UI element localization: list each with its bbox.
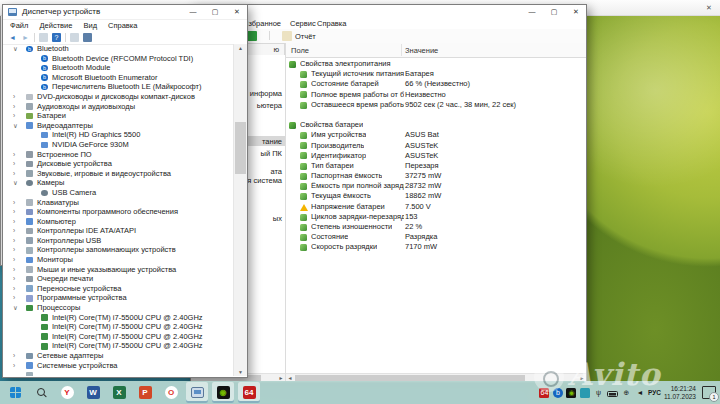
- scroll-down-icon[interactable]: ▼: [234, 369, 247, 375]
- menu-action[interactable]: Действие: [39, 21, 72, 30]
- aida64-titlebar[interactable]: — ▢ ✕: [191, 5, 586, 17]
- tree-device-item[interactable]: Intel(R) Core(TM) i7-5500U CPU @ 2.40GHz: [3, 322, 234, 332]
- menu-service[interactable]: Сервис: [290, 19, 316, 28]
- collapse-arrow-icon[interactable]: ∨: [13, 303, 18, 313]
- tree-category-item[interactable]: [3, 370, 234, 376]
- tree-category-item[interactable]: ∨Процессоры: [3, 303, 234, 313]
- expand-arrow-icon[interactable]: ›: [13, 226, 15, 236]
- tree-device-item[interactable]: USB Camera: [3, 188, 234, 198]
- menu-view[interactable]: Вид: [83, 21, 97, 30]
- help-icon[interactable]: ?: [52, 33, 61, 42]
- report-item-row[interactable]: Паспортная ёмкость37275 mW: [286, 171, 586, 181]
- collapse-arrow-icon[interactable]: ∨: [13, 178, 18, 188]
- tree-category-item[interactable]: ›Компьютер: [3, 217, 234, 227]
- menu-help[interactable]: Справка: [317, 19, 346, 28]
- network-tray-icon[interactable]: ⊕: [621, 388, 631, 398]
- tree-device-item[interactable]: bMicrosoft Bluetooth Enumerator: [3, 73, 234, 83]
- tree-device-item[interactable]: Intel(R) Core(TM) i7-5500U CPU @ 2.40GHz: [3, 332, 234, 342]
- sidebar-item[interactable]: я система: [247, 176, 282, 186]
- report-item-row[interactable]: Текущая ёмкость18862 mW: [286, 191, 586, 201]
- battery-tray-icon[interactable]: [607, 391, 618, 397]
- taskbar-clock[interactable]: 16:21:24 11.07.2023: [664, 385, 696, 401]
- report-item-row[interactable]: Ёмкость при полной зарядке28732 mW: [286, 181, 586, 191]
- yandex-browser-taskbar-button[interactable]: Y: [56, 382, 78, 403]
- expand-arrow-icon[interactable]: ›: [13, 361, 15, 371]
- report-button[interactable]: Отчёт: [295, 32, 316, 41]
- expand-arrow-icon[interactable]: ›: [13, 351, 15, 361]
- nvidia-tray-icon[interactable]: ◉: [566, 388, 576, 398]
- expand-arrow-icon[interactable]: ›: [13, 198, 15, 208]
- expand-arrow-icon[interactable]: ›: [13, 207, 15, 217]
- report-item-row[interactable]: Текущий источник питанияБатарея: [286, 69, 586, 79]
- expand-arrow-icon[interactable]: ›: [13, 274, 15, 284]
- tree-device-item[interactable]: bПеречислитель Bluetooth LE (Майкрософт): [3, 82, 234, 92]
- report-item-row[interactable]: Тип батареиПерезаря: [286, 161, 586, 171]
- console-window-icon[interactable]: [39, 33, 48, 42]
- tree-category-item[interactable]: ∨Камеры: [3, 178, 234, 188]
- expand-arrow-icon[interactable]: ›: [13, 150, 15, 160]
- tree-category-item[interactable]: ›Системные устройства: [3, 361, 234, 371]
- back-icon[interactable]: ◄: [8, 33, 17, 42]
- report-icon[interactable]: [282, 31, 292, 41]
- aida64-taskbar-button[interactable]: 64: [238, 382, 260, 403]
- tree-category-item[interactable]: ›Программные устройства: [3, 293, 234, 303]
- start-taskbar-button[interactable]: [4, 382, 26, 403]
- action-center-icon[interactable]: 1: [702, 386, 716, 399]
- tree-vertical-scrollbar[interactable]: ▲ ▼: [233, 44, 247, 376]
- report-item-row[interactable]: Состояние батарей66 % (Неизвестно): [286, 79, 586, 89]
- word-taskbar-button[interactable]: W: [82, 382, 104, 403]
- scrollbar-thumb[interactable]: [235, 122, 246, 174]
- tree-category-item[interactable]: ›Контроллеры запоминающих устройств: [3, 245, 234, 255]
- maximize-button[interactable]: ▢: [205, 5, 225, 19]
- expand-arrow-icon[interactable]: ›: [13, 284, 15, 294]
- expand-arrow-icon[interactable]: ›: [13, 217, 15, 227]
- report-item-row[interactable]: Напряжение батареи7.500 V: [286, 202, 586, 212]
- column-separator[interactable]: [401, 44, 402, 56]
- tree-category-item[interactable]: ∨Видеоадаптеры: [3, 121, 234, 131]
- device-manager-taskbar-button[interactable]: [186, 382, 208, 403]
- sidebar-item[interactable]: тание: [262, 137, 282, 147]
- minimize-button[interactable]: —: [183, 5, 203, 19]
- menu-help[interactable]: Справка: [108, 21, 137, 30]
- tree-category-item[interactable]: ›Компоненты программного обеспечения: [3, 207, 234, 217]
- expand-arrow-icon[interactable]: ›: [13, 159, 15, 169]
- expand-arrow-icon[interactable]: ›: [13, 102, 15, 112]
- expand-arrow-icon[interactable]: ›: [13, 111, 15, 121]
- report-group-row[interactable]: Свойства электропитания: [286, 59, 586, 69]
- tree-category-item[interactable]: ›Встроенное ПО: [3, 150, 234, 160]
- expand-arrow-icon[interactable]: ›: [13, 265, 15, 275]
- device-manager-titlebar[interactable]: Диспетчер устройств — ▢ ✕: [3, 5, 247, 20]
- language-indicator[interactable]: РУС: [648, 389, 661, 396]
- excel-taskbar-button[interactable]: X: [108, 382, 130, 403]
- tree-category-item[interactable]: ›DVD-дисководы и дисководы компакт-диско…: [3, 92, 234, 102]
- tree-category-item[interactable]: ›Аудиовходы и аудиовыходы: [3, 102, 234, 112]
- expand-arrow-icon[interactable]: ›: [13, 255, 15, 265]
- sidebar-item[interactable]: ый ПК: [261, 149, 282, 159]
- report-item-row[interactable]: Скорость разрядки7170 mW: [286, 242, 586, 252]
- list-icon[interactable]: [70, 33, 79, 42]
- report-item-row[interactable]: Степень изношенности22 %: [286, 222, 586, 232]
- close-button[interactable]: ✕: [702, 2, 716, 13]
- report-item-row[interactable]: Оставшееся время работы от ...9502 сек (…: [286, 100, 586, 110]
- report-item-row[interactable]: Имя устройстваASUS Bat: [286, 130, 586, 140]
- report-item-row[interactable]: ПроизводительASUSTeK: [286, 141, 586, 151]
- powerpoint-taskbar-button[interactable]: P: [134, 382, 156, 403]
- report-item-row[interactable]: Полное время работы от бата...Неизвестно: [286, 90, 586, 100]
- sidebar-item[interactable]: ых: [273, 214, 282, 224]
- tree-category-item[interactable]: ›Сетевые адаптеры: [3, 351, 234, 361]
- remote-screen-icon[interactable]: [247, 31, 257, 41]
- opera-taskbar-button[interactable]: O: [160, 382, 182, 403]
- tree-category-item[interactable]: ›Клавиатуры: [3, 198, 234, 208]
- tree-category-item[interactable]: ›Звуковые, игровые и видеоустройства: [3, 169, 234, 179]
- scroll-up-icon[interactable]: ▲: [234, 45, 247, 51]
- bluetooth-tray-icon[interactable]: b: [553, 388, 563, 398]
- report-item-row[interactable]: СостояниеРазрядка: [286, 232, 586, 242]
- report-group-row[interactable]: Свойства батареи: [286, 120, 586, 130]
- tree-device-item[interactable]: Intel(R) HD Graphics 5500: [3, 130, 234, 140]
- tree-category-item[interactable]: ∨bBluetooth: [3, 44, 234, 54]
- column-field[interactable]: Поле: [291, 46, 309, 55]
- expand-arrow-icon[interactable]: ›: [13, 236, 15, 246]
- tree-device-item[interactable]: Intel(R) Core(TM) i7-5500U CPU @ 2.40GHz: [3, 341, 234, 351]
- expand-arrow-icon[interactable]: ›: [13, 92, 15, 102]
- computer-manage-icon[interactable]: [83, 33, 92, 42]
